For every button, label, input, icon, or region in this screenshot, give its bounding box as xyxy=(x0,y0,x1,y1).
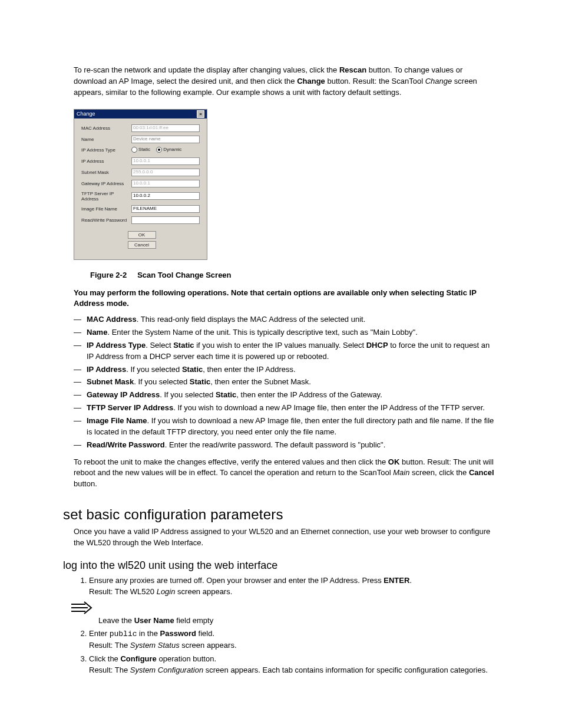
list-item: —TFTP Server IP Address. If you wish to … xyxy=(74,403,494,414)
section-body: Once you have a valid IP Address assigne… xyxy=(74,526,494,549)
subnet-mask-label: Subnet Mask xyxy=(81,170,131,175)
list-item: Ensure any proxies are turned off. Open … xyxy=(89,575,494,598)
rescan-button-ref: Rescan xyxy=(339,65,366,74)
list-item: —Name. Enter the System Name of the unit… xyxy=(74,327,494,338)
list-item: —Gateway IP Address. If you selected Sta… xyxy=(74,390,494,401)
gateway-label: Gateway IP Address xyxy=(81,181,131,186)
change-dialog: Change × MAC Address 00:03:1d:01:ff:ee N… xyxy=(74,109,207,260)
change-button-ref: Change xyxy=(297,77,325,85)
close-icon[interactable]: × xyxy=(197,110,204,118)
list-item: —IP Address. If you selected Static, the… xyxy=(74,364,494,375)
subnet-mask-field[interactable]: 255.0.0.0 xyxy=(131,169,200,176)
mac-address-label: MAC Address xyxy=(81,126,131,131)
list-item: —Image File Name. If you wish to downloa… xyxy=(74,416,494,438)
name-field[interactable]: Device name xyxy=(131,136,200,143)
reboot-paragraph: To reboot the unit to make the changes e… xyxy=(74,457,494,490)
bullet-list: —MAC Address. This read-only field displ… xyxy=(74,314,494,450)
instructions-lead: You may perform the following operations… xyxy=(74,288,494,310)
name-label: Name xyxy=(81,137,131,142)
list-item: —Subnet Mask. If you selected Static, th… xyxy=(74,377,494,388)
note-row: Leave the User Name field empty xyxy=(70,601,494,625)
steps-list-cont: Enter public in the Password field. Resu… xyxy=(78,628,494,676)
list-item: Click the Configure operation button. Re… xyxy=(89,654,494,676)
list-item: —MAC Address. This read-only field displ… xyxy=(74,314,494,325)
list-item: —Read/Write Password. Enter the read/wri… xyxy=(74,440,494,451)
section-heading: set basic configuration parameters xyxy=(63,506,494,523)
subsection-heading: log into the wl520 unit using the web in… xyxy=(63,559,494,572)
list-item: —IP Address Type. Select Static if you w… xyxy=(74,340,494,363)
ip-type-label: IP Address Type xyxy=(81,147,131,153)
ip-address-label: IP Address xyxy=(81,159,131,164)
tftp-field[interactable]: 10.0.0.2 xyxy=(131,192,200,200)
intro-paragraph: To re-scan the network and update the di… xyxy=(74,65,494,98)
tftp-label: TFTP Server IP Address xyxy=(81,191,131,202)
password-field[interactable] xyxy=(131,216,200,224)
static-radio[interactable]: Static xyxy=(131,147,150,153)
ok-button[interactable]: OK xyxy=(128,231,156,239)
dynamic-radio[interactable]: Dynamic xyxy=(156,147,181,153)
password-label: Read/Write Password xyxy=(81,218,131,223)
figure-caption: Figure 2-2Scan Tool Change Screen xyxy=(90,271,494,279)
arrow-icon xyxy=(70,601,98,617)
dialog-title-text: Change xyxy=(77,111,95,117)
mac-address-field: 00:03:1d:01:ff:ee xyxy=(131,124,200,132)
image-file-field[interactable]: FILENAME xyxy=(131,205,200,213)
gateway-field[interactable]: 10.0.0.1 xyxy=(131,180,200,187)
steps-list: Ensure any proxies are turned off. Open … xyxy=(78,575,494,598)
list-item: Enter public in the Password field. Resu… xyxy=(89,628,494,651)
ip-address-field[interactable]: 10.0.0.1 xyxy=(131,157,200,165)
cancel-button[interactable]: Cancel xyxy=(128,241,156,249)
dialog-titlebar: Change × xyxy=(74,110,207,118)
image-file-label: Image File Name xyxy=(81,206,131,212)
